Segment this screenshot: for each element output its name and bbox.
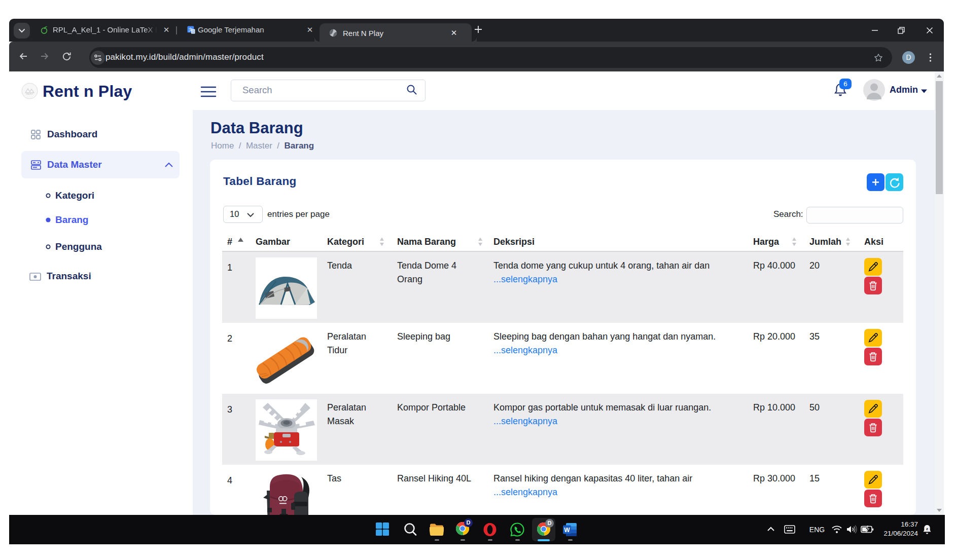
- svg-text:W: W: [564, 527, 570, 534]
- svg-text:G: G: [192, 30, 194, 33]
- svg-text:z: z: [926, 527, 928, 531]
- svg-text:RENT: RENT: [26, 92, 33, 95]
